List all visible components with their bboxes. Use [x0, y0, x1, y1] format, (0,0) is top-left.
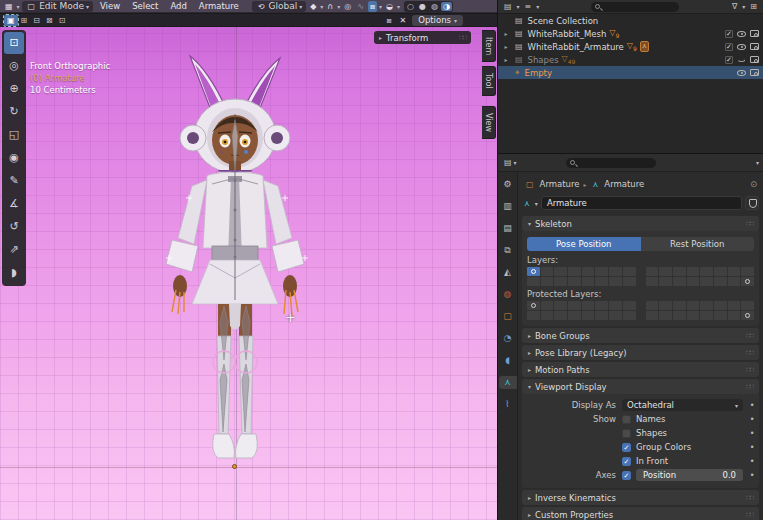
- in-front-checkbox[interactable]: ✓: [622, 457, 631, 466]
- panel-grip-icon[interactable]: ∷∷: [746, 366, 753, 374]
- display-mode-caret-icon[interactable]: ▾: [517, 3, 520, 10]
- layer-cell[interactable]: [582, 311, 595, 320]
- shading-rendered-icon[interactable]: ◑: [441, 2, 452, 11]
- layer-cell[interactable]: [568, 277, 581, 286]
- layer-cell[interactable]: [554, 301, 567, 310]
- panel-grip-icon[interactable]: ∷∷: [746, 332, 753, 340]
- layer-cell[interactable]: [527, 301, 540, 310]
- layer-cell[interactable]: [687, 311, 700, 320]
- properties-search-input[interactable]: [566, 158, 656, 168]
- outliner-row-whiterabbit-mesh[interactable]: ▸ ▤ WhiteRabbit_Mesh ▽9 ✓: [498, 27, 763, 40]
- hide-eye-icon[interactable]: [737, 44, 746, 50]
- outliner-row-empty[interactable]: ⌖ Empty: [498, 66, 763, 79]
- cursor-tool[interactable]: ◎: [4, 55, 24, 77]
- bone-tab[interactable]: ⌇: [499, 398, 517, 411]
- scale-tool[interactable]: ◱: [4, 124, 24, 146]
- selectability-checkbox[interactable]: ✓: [725, 56, 733, 64]
- snap-caret-icon[interactable]: ▾: [337, 3, 340, 10]
- selectability-checkbox[interactable]: ✓: [725, 30, 733, 38]
- select-box-tool[interactable]: ⊡: [4, 32, 24, 54]
- outliner-search-input[interactable]: [591, 2, 679, 12]
- layer-cell[interactable]: [714, 311, 727, 320]
- hide-eye-icon[interactable]: [737, 70, 746, 76]
- world-tab[interactable]: ◍: [499, 288, 517, 301]
- pivot-point-icon[interactable]: ◆: [308, 1, 318, 12]
- layer-cell[interactable]: [728, 267, 741, 276]
- shading-solid-icon[interactable]: ●: [417, 2, 428, 11]
- editor-type-caret-icon[interactable]: ▾: [17, 3, 20, 10]
- layer-cell[interactable]: [582, 267, 595, 276]
- fake-user-shield-icon[interactable]: [745, 196, 759, 210]
- layer-cell[interactable]: [582, 301, 595, 310]
- layer-cell[interactable]: [527, 277, 540, 286]
- overlays-icon[interactable]: ◒: [384, 1, 395, 12]
- snap-magnet-icon[interactable]: ∩: [325, 1, 335, 12]
- filter-caret-icon[interactable]: ▾: [536, 3, 539, 10]
- layer-cell[interactable]: [541, 277, 554, 286]
- group-colors-checkbox[interactable]: ✓: [622, 443, 631, 452]
- layer-cell[interactable]: [595, 301, 608, 310]
- pivot-caret-icon[interactable]: ▾: [320, 3, 323, 10]
- 3d-viewport[interactable]: Front Orthographic (0) Armature 10 Centi…: [0, 27, 497, 520]
- header-caret-icon[interactable]: ▾: [756, 159, 759, 166]
- outliner-display-mode-icon[interactable]: ▤: [502, 1, 514, 12]
- tab-view[interactable]: View: [482, 106, 496, 139]
- layer-cell[interactable]: [568, 311, 581, 320]
- panel-grip-icon[interactable]: ∷∷: [459, 34, 466, 42]
- panel-grip-icon[interactable]: ∷∷: [746, 349, 753, 357]
- layer-cell[interactable]: [673, 301, 686, 310]
- animate-dot-icon[interactable]: •: [749, 429, 755, 438]
- falloff-curve-icon[interactable]: ∿: [355, 1, 366, 12]
- layer-cell[interactable]: [646, 311, 659, 320]
- layer-cell[interactable]: [541, 311, 554, 320]
- layer-cell[interactable]: [700, 277, 713, 286]
- hide-eye-icon[interactable]: [737, 31, 746, 37]
- pin-icon[interactable]: ⊙: [750, 179, 757, 189]
- pose-position-button[interactable]: Pose Position: [527, 237, 641, 251]
- roll-tool[interactable]: ↺: [4, 216, 24, 238]
- tab-item[interactable]: Item: [482, 30, 496, 62]
- layer-cell[interactable]: [568, 301, 581, 310]
- expand-arrow-icon[interactable]: ▸: [502, 43, 510, 50]
- panel-skeleton-header[interactable]: ▾ Skeleton ∷∷: [522, 216, 759, 231]
- new-collection-icon[interactable]: ⊞: [748, 1, 759, 12]
- extrude-tool[interactable]: ⇗: [4, 239, 24, 261]
- datablock-caret-icon[interactable]: ▾: [535, 200, 538, 207]
- rest-position-button[interactable]: Rest Position: [641, 237, 755, 251]
- layer-cell[interactable]: [646, 277, 659, 286]
- panel-custom-properties[interactable]: ▸ Custom Properties ∷∷: [522, 507, 759, 520]
- hidden-eye-icon[interactable]: [737, 58, 746, 62]
- breadcrumb-object[interactable]: Armature: [540, 179, 580, 189]
- select-mode-subtract[interactable]: ⊟: [30, 15, 43, 26]
- measure-tool[interactable]: ∡: [4, 193, 24, 215]
- layer-cell[interactable]: [623, 311, 636, 320]
- tab-tool[interactable]: Tool: [482, 66, 496, 96]
- layer-cell[interactable]: [554, 267, 567, 276]
- layer-cell[interactable]: [687, 277, 700, 286]
- layer-cell[interactable]: [700, 311, 713, 320]
- rotate-tool[interactable]: ↻: [4, 101, 24, 123]
- menu-view[interactable]: View: [95, 1, 125, 11]
- layer-cell[interactable]: [609, 301, 622, 310]
- layer-cell[interactable]: [609, 277, 622, 286]
- layer-cell[interactable]: [741, 277, 754, 286]
- layer-cell[interactable]: [527, 311, 540, 320]
- annotate-tool[interactable]: ✎: [4, 170, 24, 192]
- constraints-tab[interactable]: ◖: [499, 354, 517, 367]
- expand-arrow-icon[interactable]: ▸: [502, 30, 510, 37]
- layer-cell[interactable]: [673, 267, 686, 276]
- transform-panel-header[interactable]: ▸ Transform ∷∷: [374, 31, 471, 44]
- mode-dropdown[interactable]: ▢ Edit Mode ▾: [22, 1, 93, 12]
- x-axis-mirror-toggle[interactable]: ✕: [397, 15, 408, 26]
- layer-cell[interactable]: [646, 267, 659, 276]
- layer-cell[interactable]: [728, 311, 741, 320]
- character-model[interactable]: [128, 50, 342, 470]
- render-camera-icon[interactable]: [750, 69, 759, 76]
- layer-cell[interactable]: [659, 267, 672, 276]
- layer-cell[interactable]: [541, 267, 554, 276]
- select-mode-extend[interactable]: ⊞: [18, 15, 31, 26]
- select-mode-intersect[interactable]: ⊡: [56, 15, 69, 26]
- layer-cell[interactable]: [659, 311, 672, 320]
- render-camera-icon[interactable]: [750, 56, 759, 63]
- funnel-caret-icon[interactable]: ▾: [742, 3, 745, 10]
